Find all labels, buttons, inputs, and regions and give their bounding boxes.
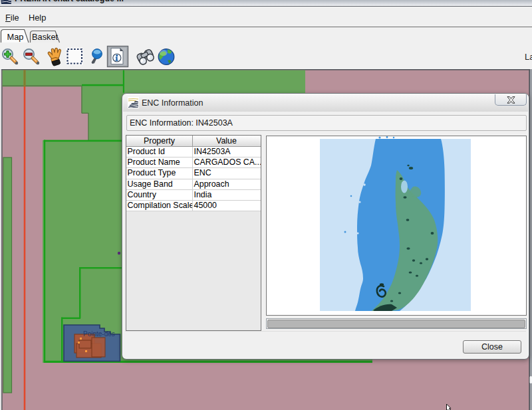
svg-text:Basket: Basket	[32, 32, 59, 42]
svg-text:Pointe-des: Pointe-des	[83, 330, 115, 338]
svg-text:Map: Map	[7, 32, 24, 42]
